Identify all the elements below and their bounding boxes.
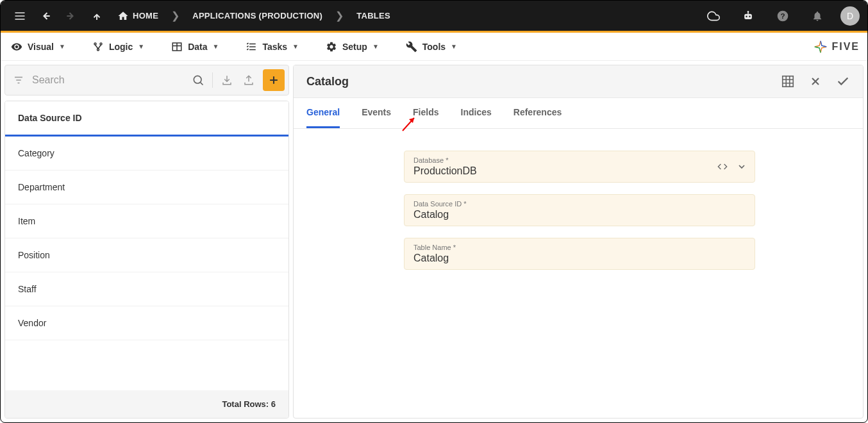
download-icon[interactable] [217,70,237,90]
plus-icon [267,74,280,87]
breadcrumb-home[interactable]: HOME [111,6,165,26]
back-icon[interactable] [34,4,57,28]
help-icon[interactable]: ? [771,4,794,28]
svg-point-7 [746,15,747,17]
field-value: Catalog [413,253,746,264]
svg-rect-6 [744,13,752,19]
menu-label: Tasks [262,42,287,52]
menu-setup[interactable]: Setup ▼ [323,37,381,56]
menu-label: Data [188,42,207,52]
list-body: Category Department Item Position Staff … [5,137,288,390]
field-table-name[interactable]: Table Name * Catalog [404,238,755,270]
form-fields: Database * ProductionDB Data Source ID *… [404,151,755,270]
caret-down-icon: ▼ [372,43,379,50]
field-label: Database * [413,156,746,164]
bot-icon[interactable] [737,4,760,28]
check-icon[interactable] [836,74,850,88]
detail-actions [781,74,850,88]
right-panel: Catalog General Events Fields Indices Re… [293,65,864,419]
caret-down-icon: ▼ [59,43,65,50]
field-actions [717,162,747,172]
logo: FIVE [814,40,860,54]
tab-fields[interactable]: Fields [413,98,438,128]
divider [212,72,213,88]
svg-text:?: ? [780,12,785,20]
logic-icon [92,41,104,53]
list-item[interactable]: Item [5,204,288,238]
breadcrumb-tables[interactable]: TABLES [350,7,397,24]
list-item[interactable]: Position [5,238,288,272]
up-icon[interactable] [85,4,108,28]
list-container: Data Source ID Category Department Item … [4,101,289,419]
form-area: Database * ProductionDB Data Source ID *… [294,129,863,292]
menu-label: Tools [422,42,446,52]
caret-down-icon: ▼ [451,43,457,50]
svg-point-25 [194,76,201,83]
menu-tasks[interactable]: Tasks ▼ [243,37,301,56]
topbar: HOME ❯ APPLICATIONS (PRODUCTION) ❯ TABLE… [1,1,867,33]
field-data-source-id[interactable]: Data Source ID * Catalog [404,194,755,226]
detail-header: Catalog [294,65,863,98]
close-icon[interactable] [809,74,822,88]
tab-references[interactable]: References [513,98,562,128]
list-header[interactable]: Data Source ID [5,101,288,137]
field-value: ProductionDB [413,165,746,177]
logo-star-icon [814,40,828,54]
left-panel: Data Source ID Category Department Item … [4,65,289,419]
table-icon [171,41,183,53]
svg-point-8 [749,15,751,17]
menu-items: Visual ▼ Logic ▼ Data ▼ Tasks ▼ Setup ▼ … [8,37,814,56]
svg-point-14 [100,43,102,45]
tools-icon [406,41,417,53]
field-value: Catalog [413,209,746,220]
add-button[interactable] [263,69,285,91]
menu-tools[interactable]: Tools ▼ [403,37,460,56]
menu-visual[interactable]: Visual ▼ [8,37,68,56]
hamburger-menu-icon[interactable] [8,4,31,28]
upload-icon[interactable] [238,70,259,90]
list-footer: Total Rows: 6 [5,390,288,418]
logo-text: FIVE [831,41,860,53]
filter-icon[interactable] [9,74,28,86]
cloud-icon[interactable] [702,4,725,28]
search-icon[interactable] [188,70,208,90]
topbar-left: HOME ❯ APPLICATIONS (PRODUCTION) ❯ TABLE… [8,4,702,28]
tabs: General Events Fields Indices References [294,98,863,129]
avatar[interactable]: D [840,6,860,26]
menu-data[interactable]: Data ▼ [169,37,221,56]
list-item[interactable]: Staff [5,272,288,306]
bell-icon[interactable] [806,4,829,28]
menu-label: Visual [28,42,54,52]
menu-logic[interactable]: Logic ▼ [90,37,147,56]
gear-icon [326,41,337,53]
caret-down-icon: ▼ [292,43,299,50]
forward-icon [60,4,83,28]
detail-title: Catalog [306,75,781,88]
field-label: Table Name * [413,244,746,251]
search-input[interactable] [29,70,187,90]
field-database[interactable]: Database * ProductionDB [404,151,755,183]
eye-icon [11,41,22,53]
list-item[interactable]: Department [5,170,288,204]
svg-rect-29 [783,76,794,87]
caret-down-icon: ▼ [138,43,144,50]
tab-indices[interactable]: Indices [461,98,492,128]
svg-point-13 [94,43,96,45]
chevron-right-icon: ❯ [167,10,183,22]
main: Data Source ID Category Department Item … [1,61,867,422]
tab-general[interactable]: General [306,98,340,128]
menubar: Visual ▼ Logic ▼ Data ▼ Tasks ▼ Setup ▼ … [1,33,867,61]
breadcrumb-label: HOME [133,11,158,21]
code-icon[interactable] [717,162,728,172]
list-item[interactable]: Category [5,137,288,170]
home-icon [117,10,129,22]
grid-icon[interactable] [781,74,795,88]
breadcrumb: HOME ❯ APPLICATIONS (PRODUCTION) ❯ TABLE… [111,6,397,26]
breadcrumb-applications[interactable]: APPLICATIONS (PRODUCTION) [186,7,329,24]
search-row [4,65,289,95]
field-label: Data Source ID * [413,200,746,208]
chevron-down-icon[interactable] [737,162,747,172]
svg-point-10 [747,11,749,13]
tab-events[interactable]: Events [362,98,391,128]
list-item[interactable]: Vendor [5,306,288,340]
